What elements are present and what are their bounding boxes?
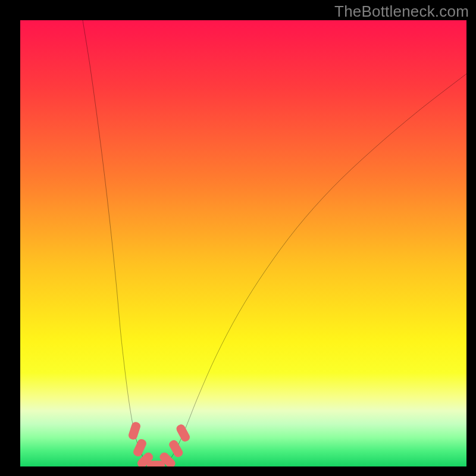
plot-area <box>20 20 466 466</box>
chart-svg <box>20 20 466 466</box>
watermark-text: TheBottleneck.com <box>334 2 469 21</box>
gradient-background <box>20 20 466 466</box>
chart-frame: TheBottleneck.com <box>0 0 476 476</box>
trough-marker <box>147 461 165 466</box>
